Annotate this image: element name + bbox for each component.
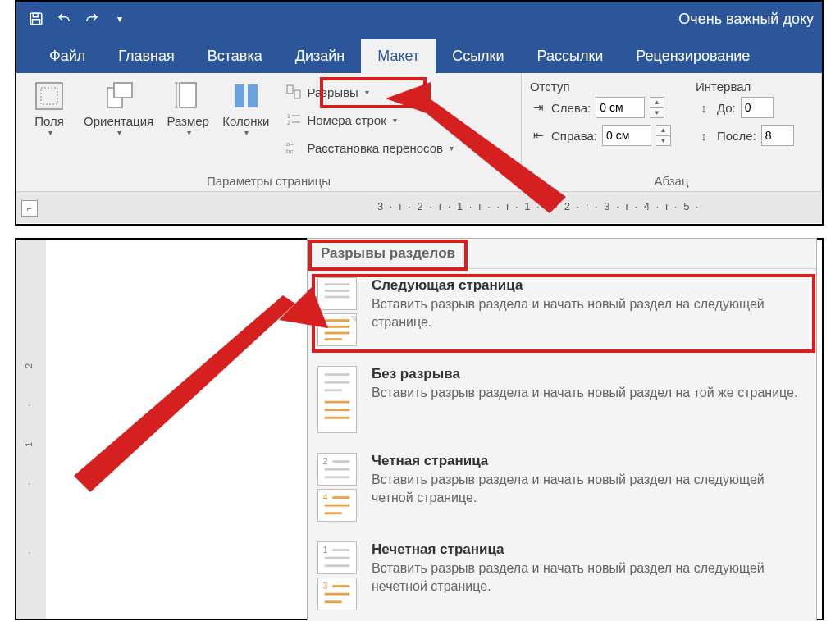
- hyphenation-button[interactable]: a–bc Расстановка переносов▾: [281, 135, 459, 160]
- svg-text:3: 3: [323, 581, 328, 591]
- document-title: Очень важный доку: [678, 11, 814, 28]
- margins-icon: [33, 80, 66, 112]
- dropdown-section-header: Разрывы разделов: [308, 239, 816, 269]
- orientation-icon: [103, 80, 135, 112]
- svg-rect-1: [33, 13, 38, 17]
- breaks-dropdown: Разрывы разделов ▶ Следующая страница Вс…: [307, 238, 817, 621]
- indent-left-icon: ⇥: [530, 99, 546, 116]
- spacing-before-input[interactable]: [741, 97, 774, 118]
- svg-rect-14: [294, 90, 300, 98]
- spinner-up[interactable]: ▲: [656, 126, 670, 136]
- margins-button[interactable]: Поля▾: [23, 76, 75, 165]
- line-numbers-icon: 12: [285, 112, 302, 128]
- hyphenation-icon: a–bc: [285, 139, 302, 156]
- line-numbers-button[interactable]: 12 Номера строк▾: [281, 107, 459, 132]
- dropdown-item-continuous[interactable]: Без разрыва Вставить разрыв раздела и на…: [308, 358, 816, 445]
- svg-rect-13: [287, 85, 293, 94]
- next-page-icon-2: [317, 313, 357, 346]
- breaks-button[interactable]: Разрывы▾: [281, 80, 459, 104]
- redo-icon[interactable]: [80, 7, 103, 30]
- indent-left-input[interactable]: [596, 97, 645, 118]
- page-setup-group-label: Параметры страницы: [16, 174, 521, 188]
- size-icon: [171, 80, 204, 112]
- svg-text:2: 2: [287, 120, 290, 126]
- odd-page-icon-2: 3: [317, 578, 357, 610]
- spacing-after-input[interactable]: [761, 125, 794, 146]
- tab-mailings[interactable]: Рассылки: [521, 39, 620, 73]
- spacing-label: Интервал: [696, 78, 794, 95]
- tab-file[interactable]: Файл: [33, 39, 102, 73]
- dropdown-item-even-page[interactable]: 2 4 Четная страница Вставить разрыв разд…: [308, 445, 816, 533]
- columns-icon: [230, 80, 262, 112]
- save-icon[interactable]: [25, 7, 48, 30]
- spacing-before-icon: ↕: [696, 99, 712, 116]
- svg-rect-4: [41, 88, 57, 104]
- tab-selector[interactable]: ⌐: [21, 200, 38, 217]
- next-page-icon-1: [317, 277, 357, 310]
- tab-home[interactable]: Главная: [102, 39, 191, 73]
- spacing-after-icon: ↕: [696, 127, 712, 144]
- qat-customize-icon[interactable]: ▾: [108, 7, 131, 30]
- paragraph-group-label: Абзац: [522, 174, 821, 188]
- tab-insert[interactable]: Вставка: [191, 39, 279, 73]
- svg-text:a–: a–: [286, 140, 294, 148]
- continuous-icon: [317, 366, 357, 433]
- svg-text:bc: bc: [286, 148, 293, 155]
- spinner-down[interactable]: ▼: [656, 136, 670, 146]
- svg-rect-6: [114, 83, 132, 98]
- tab-design[interactable]: Дизайн: [279, 39, 362, 73]
- even-page-icon-1: 2: [317, 453, 357, 486]
- svg-text:2: 2: [323, 456, 328, 466]
- svg-rect-7: [180, 83, 196, 107]
- svg-rect-3: [36, 83, 62, 109]
- odd-page-icon-1: 1: [317, 541, 357, 574]
- svg-rect-11: [235, 84, 244, 107]
- svg-text:1: 1: [323, 545, 328, 555]
- tab-review[interactable]: Рецензирование: [619, 39, 766, 73]
- svg-text:4: 4: [323, 492, 328, 502]
- undo-icon[interactable]: [52, 7, 75, 30]
- svg-rect-12: [248, 84, 258, 107]
- indent-label: Отступ: [530, 78, 671, 95]
- tab-layout[interactable]: Макет: [361, 39, 436, 73]
- dropdown-item-odd-page[interactable]: 1 3 Нечетная страница Вставить разрыв ра…: [308, 533, 816, 621]
- orientation-button[interactable]: Ориентация▾: [79, 76, 158, 165]
- spinner-down[interactable]: ▼: [650, 108, 664, 118]
- spinner-up[interactable]: ▲: [650, 98, 664, 108]
- svg-text:1: 1: [287, 113, 290, 119]
- columns-button[interactable]: Колонки▾: [217, 76, 274, 165]
- horizontal-ruler: 3 · ı · 2 · ı · 1 · ı · · ı · 1 · ı · 2 …: [377, 200, 701, 212]
- size-button[interactable]: Размер▾: [162, 76, 214, 165]
- even-page-icon-2: 4: [317, 489, 357, 522]
- svg-rect-2: [33, 20, 40, 25]
- breaks-icon: [285, 84, 302, 100]
- indent-right-icon: ⇤: [530, 127, 546, 144]
- svg-marker-30: [349, 316, 356, 322]
- dropdown-item-next-page[interactable]: ▶ Следующая страница Вставить разрыв раз…: [308, 269, 816, 358]
- vertical-ruler: 2·1··: [16, 240, 41, 619]
- indent-right-input[interactable]: [602, 125, 651, 146]
- tab-references[interactable]: Ссылки: [436, 39, 520, 73]
